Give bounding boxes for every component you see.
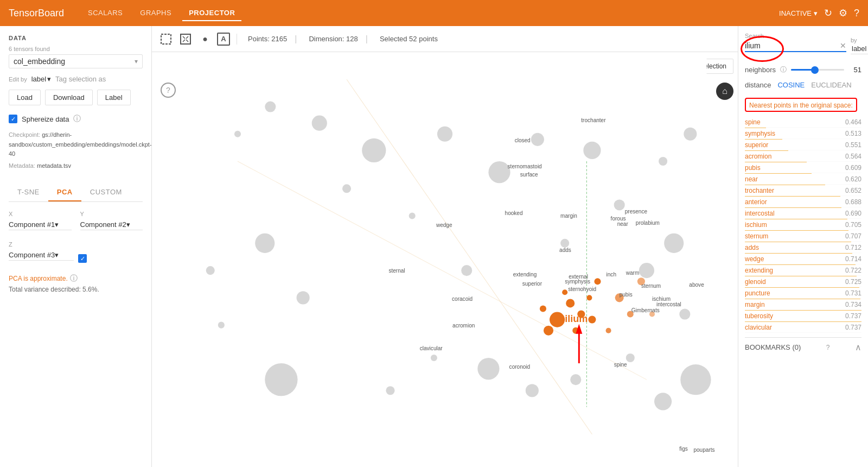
- nearest-point-name[interactable]: symphysis: [745, 130, 775, 137]
- nearest-list-item: superior 0.551: [745, 139, 861, 150]
- tensor-dropdown[interactable]: col_embedding ▾: [9, 54, 143, 68]
- nearest-point-name[interactable]: trochanter: [745, 187, 774, 194]
- svg-point-37: [550, 312, 565, 327]
- y-component-dropdown[interactable]: Component #2 ▾: [80, 219, 143, 230]
- pca-note-text: PCA is approximate.: [9, 275, 68, 282]
- tab-pca[interactable]: PCA: [48, 184, 81, 201]
- nearest-point-name[interactable]: pubis: [745, 164, 761, 172]
- z-component-col: Z Component #3 ▾: [9, 241, 74, 267]
- pca-info-icon[interactable]: ⓘ: [70, 274, 78, 283]
- nearest-point-name[interactable]: adds: [745, 244, 759, 251]
- nearest-point-name[interactable]: margin: [745, 301, 765, 308]
- tab-tsne[interactable]: T-SNE: [9, 184, 48, 201]
- right-panel: Search ✕ by label ▾: [738, 26, 868, 467]
- selection-rect-icon[interactable]: [158, 31, 174, 47]
- chevron-down-icon: ▾: [814, 9, 818, 17]
- nearest-point-score: 0.690: [845, 210, 861, 217]
- sphereize-info-icon[interactable]: ⓘ: [73, 114, 81, 124]
- label-button[interactable]: Label: [97, 90, 131, 105]
- nearest-point-name[interactable]: intercostal: [745, 210, 775, 217]
- nearest-point-name[interactable]: puncture: [745, 289, 770, 297]
- svg-text:coracoid: coracoid: [452, 296, 473, 302]
- edit-by-dropdown[interactable]: label ▾: [31, 75, 51, 83]
- svg-text:acromion: acromion: [452, 323, 475, 329]
- nearest-point-name[interactable]: anterior: [745, 198, 767, 206]
- variance-note: Total variance described: 5.6%.: [9, 286, 143, 293]
- bookmarks-info-icon[interactable]: ?: [826, 344, 830, 351]
- nearest-point-name[interactable]: near: [745, 175, 758, 183]
- nearest-point-name[interactable]: glenoid: [745, 278, 766, 286]
- checkpoint-label: Checkpoint:: [9, 131, 40, 138]
- x-component-dropdown[interactable]: Component #1 ▾: [9, 219, 72, 230]
- distance-euclidean[interactable]: EUCLIDEAN: [811, 81, 851, 89]
- nav-projector[interactable]: PROJECTOR: [182, 5, 241, 21]
- ilium-label: ilium: [565, 313, 588, 324]
- chevron-down-icon: ▾: [135, 58, 138, 65]
- neighbors-slider[interactable]: [791, 69, 844, 71]
- scatter-plot-area[interactable]: ilium trochanter closed first border ste…: [152, 52, 738, 467]
- settings-icon[interactable]: ⚙: [839, 7, 847, 19]
- search-clear-icon[interactable]: ✕: [840, 41, 846, 50]
- nearest-title-annotation: Nearest points in the original space:: [745, 98, 857, 112]
- nearest-point-score: 0.551: [845, 141, 861, 149]
- svg-text:surface: surface: [520, 172, 538, 178]
- fullscreen-icon[interactable]: [178, 31, 193, 47]
- svg-text:pubis: pubis: [620, 292, 633, 298]
- svg-point-33: [684, 128, 697, 141]
- nav-graphs[interactable]: GRAPHS: [133, 5, 178, 21]
- nav-scalars[interactable]: SCALARS: [81, 5, 129, 21]
- nearest-point-name[interactable]: tuberosity: [745, 312, 773, 320]
- svg-point-16: [583, 142, 601, 159]
- nearest-title-wrapper: Nearest points in the original space:: [745, 98, 857, 112]
- by-dropdown[interactable]: label ▾: [851, 43, 868, 54]
- nearest-point-name[interactable]: sternum: [745, 232, 768, 240]
- stats-points: Points: 2165: [248, 35, 287, 43]
- svg-point-34: [680, 364, 711, 395]
- svg-text:symphysis: symphysis: [565, 279, 590, 285]
- z-component-dropdown[interactable]: Component #3 ▾: [9, 250, 74, 261]
- help-icon[interactable]: ?: [854, 8, 859, 19]
- nearest-point-name[interactable]: extending: [745, 267, 773, 274]
- svg-point-9: [362, 138, 386, 162]
- z-checkbox[interactable]: ✓: [78, 254, 87, 263]
- svg-point-40: [562, 289, 567, 295]
- labels-icon[interactable]: A: [217, 33, 230, 46]
- load-button[interactable]: Load: [9, 90, 41, 105]
- nearest-point-name[interactable]: acromion: [745, 153, 771, 160]
- nearest-list-item: puncture 0.731: [745, 287, 861, 299]
- svg-point-11: [437, 127, 452, 142]
- nearest-list-item: near 0.620: [745, 173, 861, 185]
- svg-point-15: [560, 239, 569, 248]
- metadata-row: Metadata: metadata.tsv: [9, 161, 143, 171]
- nearest-point-name[interactable]: spine: [745, 118, 761, 126]
- download-button[interactable]: Download: [45, 90, 93, 105]
- sphereize-checkbox[interactable]: ✓: [9, 115, 17, 123]
- tab-custom[interactable]: CUSTOM: [81, 184, 131, 201]
- distance-cosine[interactable]: COSINE: [777, 81, 805, 89]
- nearest-point-name[interactable]: wedge: [745, 255, 764, 263]
- night-mode-icon[interactable]: ●: [197, 31, 213, 47]
- svg-text:near: near: [617, 221, 629, 227]
- bookmarks-chevron-icon[interactable]: ∧: [855, 342, 861, 352]
- nearest-point-score: 0.688: [845, 198, 861, 206]
- nearest-list-item: clavicular 0.737: [745, 321, 861, 333]
- svg-text:prolabium: prolabium: [636, 220, 660, 226]
- nearest-point-score: 0.737: [845, 312, 861, 320]
- svg-point-7: [297, 291, 310, 304]
- refresh-icon[interactable]: ↻: [824, 7, 832, 19]
- nearest-point-score: 0.620: [845, 175, 861, 183]
- search-input[interactable]: [745, 40, 840, 51]
- nearest-point-name[interactable]: clavicular: [745, 324, 772, 331]
- svg-text:extending: extending: [513, 272, 537, 277]
- dr-tabs: T-SNE PCA CUSTOM: [9, 184, 143, 202]
- toolbar-divider: [237, 34, 237, 45]
- svg-point-46: [588, 316, 596, 324]
- nearest-point-name[interactable]: ischium: [745, 221, 767, 229]
- nearest-list-item: glenoid 0.725: [745, 276, 861, 287]
- info-icon[interactable]: ⓘ: [780, 65, 787, 74]
- tag-input[interactable]: Tag selection as: [55, 75, 143, 83]
- nearest-point-name[interactable]: superior: [745, 141, 768, 149]
- tensor-value: col_embedding: [14, 57, 135, 66]
- nav-right: INACTIVE ▾ ↻ ⚙ ?: [779, 7, 859, 19]
- svg-point-27: [570, 374, 581, 385]
